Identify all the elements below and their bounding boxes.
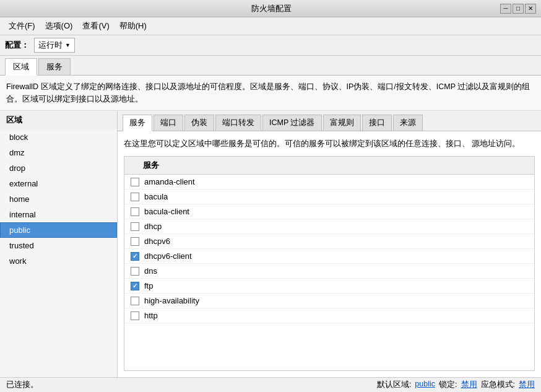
dropdown-arrow-icon: ▼ [65,42,71,48]
default-zone-value[interactable]: public [415,380,435,390]
service-row: bacula-client [124,204,534,219]
service-label-dhcpv6: dhcpv6 [144,237,170,246]
service-label-ftp: ftp [144,281,153,290]
service-row: bacula [124,189,534,204]
menu-options[interactable]: 选项(O) [41,19,77,33]
zone-header: 区域 [0,111,117,129]
service-label-http: http [144,311,158,320]
service-checkbox-http[interactable] [131,311,139,320]
service-checkbox-dns[interactable] [131,267,139,276]
zone-item-internal[interactable]: internal [0,207,117,222]
status-right: 默认区域: public 锁定: 禁用 应急模式: 禁用 [377,380,535,390]
service-checkbox-ftp[interactable] [131,282,139,290]
zone-item-trusted[interactable]: trusted [0,238,117,253]
service-label-high-availability: high-availability [144,296,199,305]
service-row: http [124,308,534,323]
service-checkbox-high-availability[interactable] [131,297,139,305]
menu-bar: 文件(F) 选项(O) 查看(V) 帮助(H) [0,17,541,35]
config-value: 运行时 [38,40,63,51]
service-checkbox-dhcpv6[interactable] [131,237,139,246]
zone-panel: 区域 block dmz drop external home internal… [0,111,118,377]
zone-item-public[interactable]: public [0,222,117,238]
default-zone-label: 默认区域: [377,380,411,390]
menu-file[interactable]: 文件(F) [5,19,39,33]
subtab-port-forward[interactable]: 端口转发 [215,115,261,131]
panic-value[interactable]: 禁用 [519,380,535,390]
panic-label: 应急模式: [481,380,515,390]
close-button[interactable]: ✕ [525,4,536,14]
config-label: 配置： [5,40,29,51]
service-row: ftp [124,279,534,294]
services-table-header: 服务 [124,157,534,175]
service-checkbox-bacula[interactable] [131,193,139,201]
service-label-dns: dns [144,266,157,276]
zone-item-drop[interactable]: drop [0,160,117,176]
config-bar: 配置： 运行时 ▼ [0,35,541,56]
service-row: dhcpv6 [124,234,534,249]
minimize-button[interactable]: ─ [500,4,511,14]
service-checkbox-amanda-client[interactable] [131,178,139,186]
zone-list: block dmz drop external home internal pu… [0,129,117,377]
menu-view[interactable]: 查看(V) [79,19,113,33]
subtab-interfaces[interactable]: 接口 [362,115,392,131]
service-label-bacula: bacula [144,192,168,201]
service-checkbox-dhcp[interactable] [131,222,139,231]
service-label-amanda-client: amanda-client [144,177,195,186]
services-table: 服务 amanda-client bacula bacula-client dh… [124,156,535,371]
content-area: 区域 block dmz drop external home internal… [0,111,541,377]
lock-label: 锁定: [439,380,457,390]
title-bar: 防火墙配置 ─ □ ✕ [0,0,541,17]
service-checkbox-dhcpv6-client[interactable] [131,252,139,261]
sub-description: 在这里您可以定义区域中哪些服务是可信的。可信的服务可以被绑定到该区域的任意连接、… [124,137,535,150]
sub-tabs: 服务 端口 伪装 端口转发 ICMP 过滤器 富规则 接口 来源 [118,111,541,131]
zone-description: FirewallD 区域定义了绑定的网络连接、接口以及源地址的可信程度。区域是服… [0,76,541,111]
service-row: dns [124,264,534,279]
service-row: amanda-client [124,175,534,189]
status-connected: 已连接。 [6,380,38,390]
zone-item-dmz[interactable]: dmz [0,145,117,160]
right-panel: 服务 端口 伪装 端口转发 ICMP 过滤器 富规则 接口 来源 在这里您可以定… [118,111,541,377]
subtab-sources[interactable]: 来源 [393,115,423,131]
zone-item-external[interactable]: external [0,176,117,191]
zone-item-home[interactable]: home [0,191,117,207]
zone-item-work[interactable]: work [0,253,117,269]
service-checkbox-bacula-client[interactable] [131,207,139,216]
service-row: dhcp [124,219,534,234]
lock-value[interactable]: 禁用 [461,380,477,390]
zone-item-block[interactable]: block [0,129,117,145]
tab-zone[interactable]: 区域 [5,58,37,76]
sub-content: 在这里您可以定义区域中哪些服务是可信的。可信的服务可以被绑定到该区域的任意连接、… [118,131,541,377]
title-controls: ─ □ ✕ [500,4,536,14]
service-row: dhcpv6-client [124,249,534,264]
tab-service[interactable]: 服务 [38,58,71,75]
maximize-button[interactable]: □ [513,4,524,14]
service-row: high-availability [124,294,534,308]
menu-help[interactable]: 帮助(H) [116,19,150,33]
main-tabs: 区域 服务 [0,56,541,76]
subtab-services[interactable]: 服务 [123,115,152,131]
config-dropdown[interactable]: 运行时 ▼ [34,38,75,53]
service-label-dhcp: dhcp [144,222,162,231]
service-label-bacula-client: bacula-client [144,207,189,216]
description-text: FirewallD 区域定义了绑定的网络连接、接口以及源地址的可信程度。区域是服… [6,82,530,103]
subtab-port[interactable]: 端口 [154,115,183,131]
status-bar: 已连接。 默认区域: public 锁定: 禁用 应急模式: 禁用 [0,377,541,392]
subtab-rich-rules[interactable]: 富规则 [323,115,361,131]
service-label-dhcpv6-client: dhcpv6-client [144,251,192,261]
subtab-icmp[interactable]: ICMP 过滤器 [262,115,322,131]
subtab-masquerade[interactable]: 伪装 [184,115,214,131]
window-title: 防火墙配置 [42,3,500,14]
